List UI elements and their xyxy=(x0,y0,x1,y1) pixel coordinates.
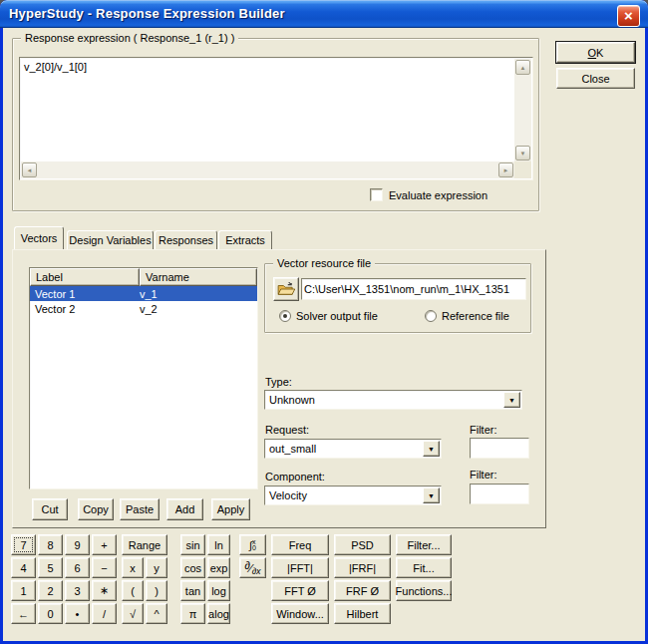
calc-key-3[interactable]: 3 xyxy=(65,580,90,601)
request-label: Request: xyxy=(265,424,309,436)
dialog-window: HyperStudy - Response Expression Builder… xyxy=(0,0,648,644)
open-folder-icon xyxy=(277,282,295,296)
calc-key-tan[interactable]: tan xyxy=(180,580,205,601)
tab-design-variables[interactable]: Design Variables xyxy=(67,230,154,249)
calc-key-4[interactable]: 4 xyxy=(11,557,36,578)
close-button[interactable]: Close xyxy=(556,68,635,89)
calc-key-multiply[interactable]: ∗ xyxy=(92,580,117,601)
scroll-down-icon[interactable]: ▼ xyxy=(515,146,530,161)
vector-resource-file-group: Vector resource file Solver output file … xyxy=(264,263,531,333)
chevron-down-icon[interactable]: ▼ xyxy=(423,441,440,457)
browse-file-button[interactable] xyxy=(273,277,299,301)
chevron-down-icon[interactable]: ▼ xyxy=(423,487,440,503)
column-header-label[interactable]: Label xyxy=(30,268,140,286)
calc-key-divide[interactable]: / xyxy=(92,603,117,624)
calc-key-log[interactable]: log xyxy=(207,580,230,601)
calc-key-8[interactable]: 8 xyxy=(38,534,63,555)
vector-resource-file-label: Vector resource file xyxy=(273,257,375,269)
filter-button[interactable]: Filter... xyxy=(396,534,452,555)
table-row[interactable]: Vector 1 v_1 xyxy=(30,286,257,301)
calc-key-x[interactable]: x xyxy=(122,557,144,578)
solver-output-file-radio[interactable]: Solver output file xyxy=(279,310,378,322)
component-filter-input[interactable] xyxy=(470,483,529,504)
cut-button[interactable]: Cut xyxy=(32,498,68,520)
window-button[interactable]: Window... xyxy=(271,603,329,624)
tab-extracts[interactable]: Extracts xyxy=(218,230,272,249)
title-bar[interactable]: HyperStudy - Response Expression Builder… xyxy=(0,0,648,28)
expression-vertical-scrollbar[interactable]: ▲ ▼ xyxy=(514,59,531,161)
calc-key-power[interactable]: ^ xyxy=(146,603,167,624)
scroll-up-icon[interactable]: ▲ xyxy=(515,60,530,75)
expression-horizontal-scrollbar[interactable]: ◄ ► xyxy=(21,161,514,178)
calc-key-sin[interactable]: sin xyxy=(180,534,205,555)
calc-key-9[interactable]: 9 xyxy=(65,534,90,555)
type-dropdown[interactable]: Unknown ▼ xyxy=(264,390,522,410)
close-window-button[interactable]: × xyxy=(617,5,640,27)
calc-key-integral[interactable]: ∫x0 xyxy=(239,534,266,555)
frequency-keypad: Freq |FFT| FFT Ø Window... xyxy=(271,534,329,624)
resource-path-input[interactable] xyxy=(301,278,526,300)
calc-key-1[interactable]: 1 xyxy=(11,580,36,601)
expression-textarea[interactable]: v_2[0]/v_1[0] ▲ ▼ ◄ ► xyxy=(19,57,533,180)
vector-list-header: Label Varname xyxy=(30,268,257,286)
calc-key-alog[interactable]: alog xyxy=(207,603,230,624)
calc-key-7[interactable]: 7 xyxy=(11,534,36,555)
algebra-keypad: Range x y ( ) √ ^ xyxy=(122,534,167,624)
calc-key-exp[interactable]: exp xyxy=(207,557,230,578)
column-header-varname[interactable]: Varname xyxy=(140,268,257,286)
fft-magnitude-button[interactable]: |FFT| xyxy=(271,557,329,578)
hilbert-button[interactable]: Hilbert xyxy=(334,603,391,624)
calc-key-ln[interactable]: ln xyxy=(207,534,230,555)
calc-key-derivative[interactable]: ∂⁄∂x xyxy=(239,557,266,578)
calc-key-backspace[interactable]: ← xyxy=(11,603,36,624)
component-label: Component: xyxy=(265,471,325,483)
calc-key-0[interactable]: 0 xyxy=(38,603,63,624)
chevron-down-icon[interactable]: ▼ xyxy=(503,392,520,408)
calc-key-sqrt[interactable]: √ xyxy=(122,603,144,624)
numeric-keypad: 7 8 9 + 4 5 6 − 1 2 3 ∗ ← 0 • / xyxy=(11,534,117,624)
evaluate-expression-label: Evaluate expression xyxy=(389,189,487,201)
calc-key-6[interactable]: 6 xyxy=(65,557,90,578)
calc-key-range[interactable]: Range xyxy=(122,534,167,555)
calc-key-5[interactable]: 5 xyxy=(38,557,63,578)
evaluate-expression-row: Evaluate expression xyxy=(370,188,487,201)
close-icon: × xyxy=(624,7,633,24)
tools-keypad: Filter... Fit... Functions... xyxy=(396,534,452,601)
copy-button[interactable]: Copy xyxy=(78,498,114,520)
component-dropdown[interactable]: Velocity ▼ xyxy=(264,485,442,505)
calc-key-minus[interactable]: − xyxy=(92,557,117,578)
reference-file-radio[interactable]: Reference file xyxy=(425,310,509,322)
paste-button[interactable]: Paste xyxy=(120,498,160,520)
calc-key-open-paren[interactable]: ( xyxy=(122,580,144,601)
tab-responses[interactable]: Responses xyxy=(155,230,217,249)
scientific-keypad: sin ln cos exp tan log π alog xyxy=(180,534,230,624)
evaluate-expression-checkbox[interactable] xyxy=(370,188,383,201)
calc-key-pi[interactable]: π xyxy=(180,603,205,624)
calc-key-plus[interactable]: + xyxy=(92,534,117,555)
calc-key-close-paren[interactable]: ) xyxy=(146,580,167,601)
psd-keypad: PSD |FRF| FRF Ø Hilbert xyxy=(334,534,391,624)
scroll-right-icon[interactable]: ► xyxy=(498,162,513,177)
functions-button[interactable]: Functions... xyxy=(396,580,452,601)
vector-list[interactable]: Label Varname Vector 1 v_1 Vector 2 v_2 xyxy=(29,267,258,489)
psd-button[interactable]: PSD xyxy=(334,534,391,555)
table-row[interactable]: Vector 2 v_2 xyxy=(30,301,257,316)
request-filter-input[interactable] xyxy=(470,438,529,459)
calc-key-y[interactable]: y xyxy=(146,557,167,578)
add-button[interactable]: Add xyxy=(166,498,203,520)
calc-key-decimal[interactable]: • xyxy=(65,603,90,624)
frf-magnitude-button[interactable]: |FRF| xyxy=(334,557,391,578)
freq-button[interactable]: Freq xyxy=(271,534,329,555)
radio-selected-icon xyxy=(279,310,291,322)
calc-key-cos[interactable]: cos xyxy=(180,557,205,578)
ok-button[interactable]: OK xyxy=(556,42,635,63)
apply-button[interactable]: Apply xyxy=(211,498,250,520)
tab-vectors[interactable]: Vectors xyxy=(14,226,64,249)
calculus-keypad: ∫x0 ∂⁄∂x xyxy=(239,534,266,578)
request-dropdown[interactable]: out_small ▼ xyxy=(264,439,442,459)
calc-key-2[interactable]: 2 xyxy=(38,580,63,601)
fit-button[interactable]: Fit... xyxy=(396,557,452,578)
fft-phase-button[interactable]: FFT Ø xyxy=(271,580,329,601)
frf-phase-button[interactable]: FRF Ø xyxy=(334,580,391,601)
scroll-left-icon[interactable]: ◄ xyxy=(22,162,37,177)
